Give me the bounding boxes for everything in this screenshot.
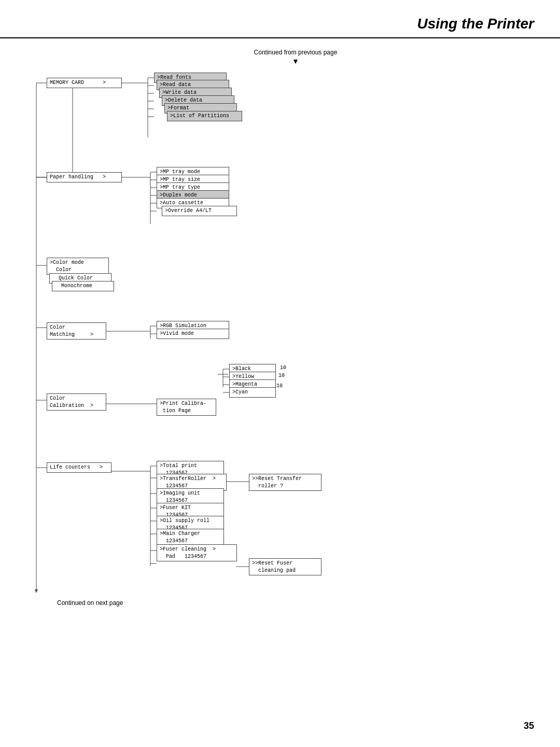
- arrow-down-from-prev: ▼: [36, 57, 555, 65]
- svg-marker-49: [35, 589, 38, 593]
- vivid-mode-node: >Vivid mode: [157, 329, 229, 339]
- monochrome-node: Monochrome: [52, 281, 114, 291]
- diagram-canvas: MEMORY CARD > >Read fonts >Read data >Wr…: [31, 68, 477, 597]
- magenta-10-label: 10: [276, 383, 283, 389]
- continued-from-label: Continued from previous page: [36, 49, 555, 56]
- print-calibration-node: >Print Calibra- tion Page: [157, 399, 216, 416]
- reset-transfer-node: >>Reset Transfer roller ?: [249, 474, 321, 491]
- list-partitions-node: >List of Partitions: [167, 111, 242, 121]
- yellow-10-label: 10: [278, 373, 285, 378]
- color-mode-node: >Color mode Color: [47, 258, 109, 275]
- reset-fuser-node: >>Reset Fuser cleaning pad: [249, 558, 321, 575]
- color-calibration-node: Color Calibration >: [47, 393, 106, 411]
- page-title: Using the Printer: [0, 0, 560, 38]
- main-charger-node: >Main Charger 1234567: [157, 529, 224, 546]
- page-number: 35: [524, 721, 534, 731]
- black-10-label: 10: [280, 365, 286, 371]
- color-matching-node: Color Matching >: [47, 322, 106, 340]
- cyan-node: >Cyan: [229, 387, 276, 398]
- memory-card-node: MEMORY CARD >: [47, 78, 122, 88]
- override-a4-node: >Override A4/LT: [162, 206, 237, 216]
- continued-next-label: Continued on next page: [57, 599, 560, 607]
- paper-handling-node: Paper handling >: [47, 172, 122, 182]
- life-counters-node: Life counters >: [47, 462, 111, 473]
- fuser-cleaning-node: >Fuser cleaning > Pad 1234567: [157, 544, 237, 561]
